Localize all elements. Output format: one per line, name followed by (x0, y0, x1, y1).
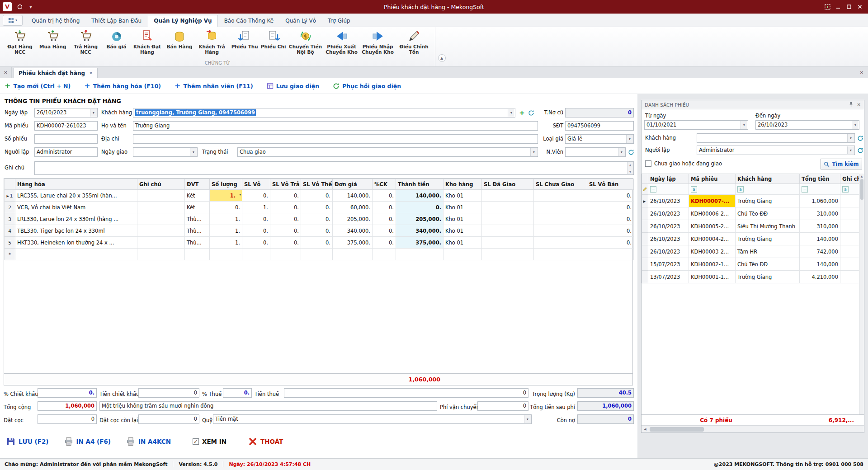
add-product-button[interactable]: +Thêm hàng hóa (F10) (84, 82, 161, 89)
ribbon-collapse-icon[interactable]: ▲ (438, 54, 446, 62)
grid-cell[interactable]: 0. (270, 237, 301, 249)
pin-icon[interactable] (849, 102, 854, 108)
grid-cell[interactable] (534, 237, 587, 249)
minimize-icon[interactable] (833, 2, 844, 12)
ribbon-tab-quan-ly-nghiep-vu[interactable]: Quản Lý Nghiệp Vụ (148, 15, 217, 27)
scroll-thumb[interactable] (650, 427, 704, 432)
text-filter-icon[interactable]: a (691, 186, 697, 193)
grid-column-header-2[interactable]: ĐVT (185, 179, 210, 190)
grid-cell[interactable]: 0. (301, 213, 333, 225)
khach-hang-input[interactable]: truonggiang, Trường Giang, 0947506099▾ (133, 108, 515, 118)
caret-down-icon[interactable]: ▾ (626, 135, 633, 143)
grid-new-row[interactable]: * (5, 249, 634, 260)
tien-thue-input[interactable]: 0 (284, 388, 528, 398)
grid-column-header-1[interactable]: Ghi chú (137, 179, 185, 190)
grid-cell[interactable]: 0. (270, 190, 301, 202)
grid-cell[interactable] (210, 249, 242, 260)
grid-cell[interactable]: TBL330, Tiger bạc lon 24 x 330ml (15, 225, 137, 237)
list-cell-code[interactable]: KDH00006-2... (689, 207, 736, 220)
ma-phieu-input[interactable]: KDH00007-261023 (34, 121, 98, 131)
dia-chi-input[interactable] (133, 134, 538, 144)
grid-cell[interactable] (482, 190, 534, 202)
trong-luong-input[interactable]: 40.5 (577, 388, 634, 398)
grid-cell[interactable] (137, 225, 185, 237)
grid-cell[interactable]: 0. (587, 202, 634, 213)
close-document-icon[interactable]: ✕ (855, 67, 868, 78)
grid-cell[interactable]: Kho 01 (443, 190, 482, 202)
ribbon-button-5[interactable]: Khách Đặt Hàng (129, 28, 165, 61)
refresh-creator-icon[interactable] (856, 146, 864, 154)
filter-cell[interactable]: = (800, 184, 840, 195)
grid-cell[interactable] (534, 190, 587, 202)
grid-cell[interactable]: 0. (270, 225, 301, 237)
caret-down-icon[interactable]: ▾ (852, 121, 859, 129)
record-circle-icon[interactable] (14, 2, 25, 12)
creator-filter-input[interactable]: Administrator▾ (697, 146, 855, 155)
list-row-1[interactable]: ▸26/10/2023KDH00007-...Trường Giang1,060… (642, 195, 863, 207)
list-cell-total[interactable]: 742,000 (800, 245, 840, 258)
list-cell-customer[interactable]: Chú Tèo ĐĐ (736, 207, 800, 220)
list-cell-date[interactable]: 26/10/2023 (648, 245, 689, 258)
from-date-input[interactable]: 01/10/2021▾ (644, 120, 748, 130)
grid-cell[interactable]: 1. (210, 237, 242, 249)
ribbon-button-3[interactable]: Trả Hàng NCC (68, 28, 104, 61)
grid-cell[interactable]: 0. (242, 237, 270, 249)
list-cell-date[interactable]: 26/10/2023 (648, 195, 689, 207)
print-a4-button[interactable]: IN A4 (F6) (64, 437, 111, 446)
ribbon-tab-quan-tri-he-thong[interactable]: Quản trị hệ thống (26, 15, 85, 27)
list-cell-date[interactable]: 26/10/2023 (648, 233, 689, 245)
grid-cell[interactable]: LRL330, Larue lon 24 x 330ml (hàng ... (15, 213, 137, 225)
list-row-6[interactable]: 15/07/2023KDH00002-1...Chú Tèo ĐĐ140,000 (642, 258, 863, 271)
ribbon-button-1[interactable]: Đặt Hàng NCC (2, 28, 38, 61)
list-cell-customer[interactable]: Trường Giang (736, 271, 800, 283)
close-window-icon[interactable] (854, 2, 865, 12)
grid-cell[interactable] (482, 213, 534, 225)
list-cell-date[interactable]: 26/10/2023 (648, 220, 689, 233)
grid-cell[interactable]: Kho 01 (443, 202, 482, 213)
grid-cell[interactable] (137, 249, 185, 260)
list-cell-total[interactable]: 4,210,000 (800, 271, 840, 283)
grid-cell[interactable] (137, 190, 185, 202)
ngay-lap-input[interactable]: 26/10/2023▾ (34, 108, 98, 118)
text-filter-icon[interactable]: a (737, 186, 744, 193)
t-no-cu-input[interactable]: 0 (565, 108, 634, 118)
grid-cell[interactable] (270, 249, 301, 260)
refresh-employee-icon[interactable] (627, 148, 635, 156)
grid-cell[interactable]: 0. (587, 213, 634, 225)
down-arrow-icon[interactable]: ▼ (629, 170, 632, 173)
to-date-input[interactable]: 26/10/2023▾ (755, 120, 859, 130)
grid-cell[interactable]: 1.▾ (210, 190, 242, 202)
grid-row-2[interactable]: 2VCB, Vỏ chai bia Việt NamKét0.1.0.0.60,… (5, 202, 634, 213)
grid-cell[interactable]: 0. (373, 190, 396, 202)
ribbon-button-2[interactable]: Mua Hàng (38, 28, 68, 61)
up-arrow-icon[interactable]: ▲ (861, 174, 863, 178)
close-tab-icon[interactable]: ✕ (89, 71, 93, 75)
grid-cell[interactable] (482, 225, 534, 237)
grid-cell[interactable] (185, 249, 210, 260)
caret-down-icon[interactable]: ▾ (618, 148, 625, 156)
equals-filter-icon[interactable]: = (802, 186, 808, 193)
list-cell-date[interactable]: 13/07/2023 (648, 271, 689, 283)
loai-gia-input[interactable]: Giá lẻ▾ (565, 134, 634, 144)
grid-cell[interactable]: 0. (373, 237, 396, 249)
nhan-vien-input[interactable]: ▾ (565, 147, 626, 157)
list-cell-code[interactable]: KDH00005-2... (689, 220, 736, 233)
ribbon-button-7[interactable]: Khách Trả Hàng (194, 28, 230, 61)
grid-column-header-12[interactable]: SL Chưa Giao (534, 179, 587, 190)
grid-cell[interactable]: 0. (242, 225, 270, 237)
list-cell-customer[interactable]: Chú Tèo ĐĐ (736, 258, 800, 271)
quy-input[interactable]: Tiền mặt▾ (213, 414, 532, 424)
up-arrow-icon[interactable]: ▲ (629, 163, 632, 166)
grid-column-header-8[interactable]: %CK (373, 179, 396, 190)
sdt-input[interactable]: 0947506099 (565, 121, 634, 131)
ribbon-button-13[interactable]: Điều Chỉnh Tồn (396, 28, 432, 61)
grid-cell[interactable]: 0. (587, 237, 634, 249)
ribbon-button-11[interactable]: Phiếu Xuất Chuyển Kho (324, 28, 360, 61)
grid-cell[interactable]: 340,000. (333, 225, 373, 237)
grid-cell[interactable] (137, 202, 185, 213)
dat-coc-input[interactable]: 0 (38, 414, 97, 424)
ribbon-button-8[interactable]: Phiếu Thu (230, 28, 259, 61)
grid-cell[interactable]: Thù... (185, 237, 210, 249)
list-cell-total[interactable]: 310,000 (800, 220, 840, 233)
grid-cell[interactable] (482, 237, 534, 249)
